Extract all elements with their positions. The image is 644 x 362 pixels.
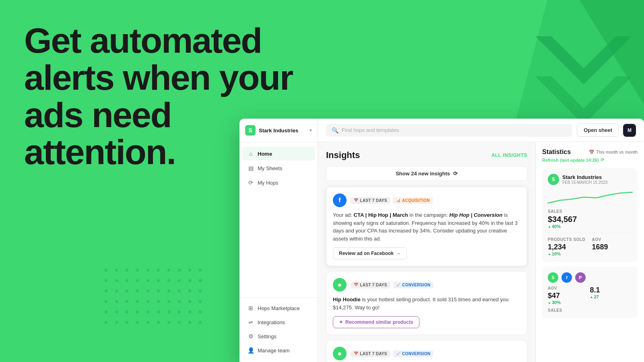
dot — [115, 300, 118, 303]
tag-conversion-2: 📈 CONVERSION — [393, 282, 434, 288]
arrow-right-icon: → — [396, 251, 401, 256]
dot — [126, 311, 128, 313]
dot — [199, 279, 202, 282]
acquisition-icon: 📊 — [396, 198, 400, 202]
aov-label: AOV — [592, 237, 632, 242]
brand-info: Stark Industries FEB 15-MARCH 15 2023 — [562, 174, 632, 185]
stats-divider — [548, 233, 632, 233]
dot — [188, 311, 191, 313]
dot — [115, 311, 118, 313]
sales-label: SALES — [548, 209, 632, 214]
dot — [178, 321, 181, 324]
dot — [105, 290, 107, 292]
sidebar-item-marketplace[interactable]: ⊞ Hops Marketplace — [242, 301, 315, 315]
chevron-down-icon: ▾ — [310, 128, 312, 133]
products-sold-label: PRODUCTS SOLD — [548, 237, 588, 242]
statistics-refresh[interactable]: Refresh (last update 14:26) ⟳ — [542, 157, 638, 162]
dot — [126, 321, 128, 324]
review-ad-facebook-button[interactable]: Review ad on Facebook → — [333, 247, 407, 259]
insight-tags-2: 📅 LAST 7 DAYS 📈 CONVERSION — [351, 282, 433, 288]
dot — [147, 311, 149, 313]
insight-card-conversion-time: ● 📅 LAST 7 DAYS 📈 CONVERSION — [326, 340, 527, 362]
sidebar-item-myhops[interactable]: ⟳ My Hops — [242, 176, 315, 189]
dot — [115, 279, 118, 282]
dot — [167, 321, 170, 324]
brand-header[interactable]: S Stark Industries ▾ — [239, 125, 318, 142]
settings-icon: ⚙ — [248, 333, 254, 339]
show-new-insights-bar[interactable]: Show 24 new insights ⟳ — [326, 166, 527, 181]
sidebar: S Stark Industries ▾ ⌂ Home ▤ My Sheets … — [239, 119, 318, 362]
facebook-icon: f — [333, 193, 347, 207]
tag-last7days-3: 📅 LAST 7 DAYS — [351, 350, 390, 357]
second-stats-card: S f P AOV $47 30% 8.1 27 — [542, 267, 638, 318]
brand-name: Stark Industries — [259, 128, 306, 134]
dot — [105, 311, 107, 313]
app-window: S Stark Industries ▾ ⌂ Home ▤ My Sheets … — [239, 119, 644, 362]
sidebar-item-mysheets[interactable]: ▤ My Sheets — [242, 161, 315, 175]
insight-tags-1: 📅 LAST 7 DAYS 📊 ACQUISITION — [351, 197, 433, 204]
calendar-icon-2: 📅 — [354, 283, 358, 287]
refresh-icon: ⟳ — [453, 171, 458, 177]
sheet-icon: ▤ — [248, 165, 254, 171]
insights-panel: Insights ALL INSIGHTS Show 24 new insigh… — [318, 142, 535, 362]
dot — [167, 269, 170, 272]
statistics-header: Statistics 📅 This month vs month — [542, 148, 638, 156]
insight-action-2: ✦ Recommend similar products — [333, 316, 520, 328]
sidebar-item-integrations-label: Integrations — [258, 319, 285, 325]
dot — [136, 300, 139, 303]
search-placeholder-text: Find hops and templates — [342, 127, 399, 133]
dot — [157, 279, 160, 282]
mini-sparkline-chart — [548, 189, 632, 205]
main-content: 🔍 Find hops and templates Open sheet M I… — [318, 119, 644, 362]
sidebar-item-manage-team[interactable]: 👤 Manage team — [242, 343, 315, 357]
brand-dot: S — [548, 174, 559, 185]
topbar: 🔍 Find hops and templates Open sheet M — [318, 119, 644, 142]
brand-card-date: FEB 15-MARCH 15 2023 — [562, 180, 632, 185]
insight-card-header-3: ● 📅 LAST 7 DAYS 📈 CONVERSION — [333, 347, 520, 360]
statistics-period[interactable]: 📅 This month vs month — [589, 150, 638, 155]
sidebar-item-settings[interactable]: ⚙ Settings — [242, 329, 315, 343]
secondary-change: 27 — [590, 294, 632, 299]
dot — [147, 269, 149, 272]
dot — [105, 269, 107, 272]
dot — [188, 269, 191, 272]
open-sheet-button[interactable]: Open sheet — [577, 123, 619, 137]
dot — [199, 321, 202, 324]
dot — [147, 300, 149, 303]
products-sold-value: 1,234 — [548, 243, 588, 251]
insight-text-2: Hip Hoodie is your hottest selling produ… — [333, 296, 520, 311]
insight-card-hip-hoodie: ● 📅 LAST 7 DAYS 📈 CONVERSION — [326, 271, 527, 335]
recommend-label: Recommend similar products — [345, 319, 413, 325]
dot — [157, 269, 160, 272]
sidebar-item-home[interactable]: ⌂ Home — [242, 147, 315, 160]
aov-value: 1689 — [592, 243, 632, 251]
refresh-icon-stats: ⟳ — [601, 157, 604, 162]
green-platform-icon-2: ● — [333, 347, 347, 360]
dot — [136, 321, 139, 324]
sidebar-item-mysheets-label: My Sheets — [258, 165, 282, 171]
dot — [136, 311, 139, 313]
integrations-icon: ⇌ — [248, 319, 254, 325]
dot — [188, 321, 191, 324]
brand-icon: S — [245, 125, 256, 136]
second-aov-value: $47 — [548, 292, 590, 300]
insight-tags-3: 📅 LAST 7 DAYS 📈 CONVERSION — [351, 350, 433, 357]
sidebar-item-myhops-label: My Hops — [258, 180, 278, 186]
content-area: Insights ALL INSIGHTS Show 24 new insigh… — [318, 142, 644, 362]
dot — [199, 311, 202, 313]
dot — [167, 279, 170, 282]
sidebar-item-integrations[interactable]: ⇌ Integrations — [242, 315, 315, 329]
recommend-similar-products-button[interactable]: ✦ Recommend similar products — [333, 316, 419, 328]
dot — [178, 311, 181, 313]
search-box[interactable]: 🔍 Find hops and templates — [326, 124, 572, 137]
dot — [188, 290, 191, 292]
sidebar-item-home-label: Home — [258, 151, 272, 157]
insight-card-facebook: f 📅 LAST 7 DAYS 📊 ACQUISITION — [326, 187, 527, 266]
review-ad-facebook-label: Review ad on Facebook — [339, 251, 394, 256]
dot — [167, 290, 170, 292]
all-insights-link[interactable]: ALL INSIGHTS — [491, 152, 527, 158]
brand-row: S Stark Industries FEB 15-MARCH 15 2023 — [548, 174, 632, 185]
sidebar-item-manage-team-label: Manage team — [258, 348, 290, 354]
dot — [115, 290, 118, 292]
second-aov-change: 30% — [548, 300, 590, 305]
